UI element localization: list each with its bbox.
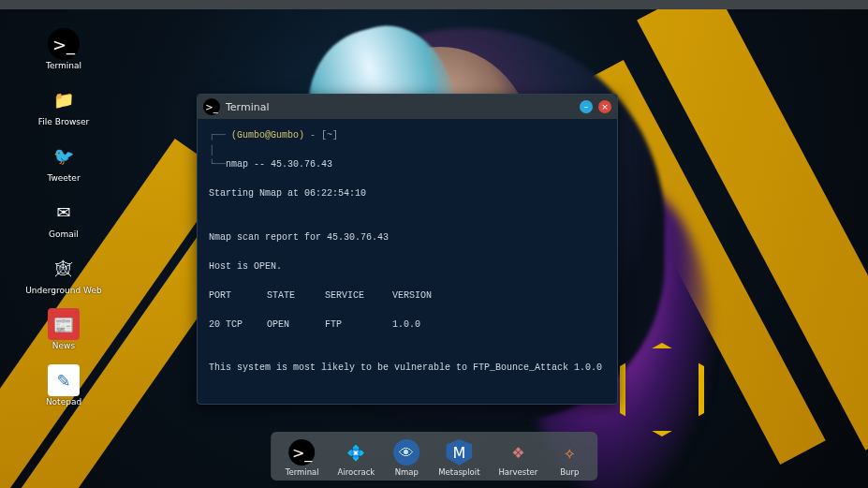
- menubar: [0, 0, 868, 9]
- harvester-icon: ❖: [505, 439, 531, 466]
- terminal-icon: >_: [289, 439, 316, 466]
- file-browser-label: File Browser: [38, 118, 89, 127]
- minimize-button[interactable]: –: [580, 100, 593, 113]
- notepad-label: Notepad: [46, 398, 81, 407]
- terminal-label: Terminal: [46, 62, 81, 71]
- news-label: News: [52, 342, 75, 351]
- desktop-icons: >_Terminal📁File Browser🐦Tweeter✉Gomail🕸U…: [17, 28, 110, 407]
- desktop-icon-terminal[interactable]: >_Terminal: [17, 28, 110, 71]
- tweeter-label: Tweeter: [47, 174, 80, 184]
- terminal-icon: >_: [48, 28, 80, 60]
- dock-item-terminal[interactable]: >_Terminal: [286, 439, 319, 477]
- gomail-icon: ✉: [48, 197, 80, 229]
- dock-item-burp[interactable]: ⟡Burp: [556, 439, 582, 477]
- nmap-label: Nmap: [395, 467, 419, 477]
- terminal-body[interactable]: ┌── (Gumbo@Gumbo) - [~] │ └──nmap -- 45.…: [198, 119, 617, 404]
- airocrack-label: Airocrack: [338, 467, 375, 477]
- dock-item-airocrack[interactable]: 💠Airocrack: [338, 439, 375, 477]
- terminal-titlebar[interactable]: >_ Terminal – ×: [198, 95, 617, 119]
- desktop-icon-gomail[interactable]: ✉Gomail: [17, 197, 110, 240]
- desktop-icon-news[interactable]: 📰News: [17, 308, 110, 351]
- desktop-icon-tweeter[interactable]: 🐦Tweeter: [17, 140, 110, 184]
- terminal-icon: >_: [203, 98, 220, 115]
- underground-web-label: Underground Web: [25, 287, 101, 296]
- file-browser-icon: 📁: [48, 84, 80, 116]
- terminal-label: Terminal: [286, 467, 319, 477]
- metasploit-label: Metasploit: [438, 467, 479, 477]
- burp-icon: ⟡: [556, 439, 582, 466]
- nmap-icon: 👁: [393, 439, 419, 466]
- window-title: Terminal: [226, 101, 574, 113]
- notepad-icon: ✎: [48, 364, 80, 396]
- terminal-window: >_ Terminal – × ┌── (Gumbo@Gumbo) - [~] …: [197, 94, 618, 405]
- gomail-label: Gomail: [49, 230, 79, 240]
- dock-item-harvester[interactable]: ❖Harvester: [498, 439, 537, 477]
- close-button[interactable]: ×: [598, 100, 611, 113]
- dock-item-metasploit[interactable]: MMetasploit: [438, 439, 479, 477]
- underground-web-icon: 🕸: [48, 253, 80, 285]
- dock: >_Terminal💠Airocrack👁NmapMMetasploit❖Har…: [271, 432, 598, 481]
- harvester-label: Harvester: [498, 467, 537, 477]
- burp-label: Burp: [560, 467, 579, 477]
- desktop-icon-file-browser[interactable]: 📁File Browser: [17, 84, 110, 127]
- dock-item-nmap[interactable]: 👁Nmap: [393, 439, 419, 477]
- airocrack-icon: 💠: [343, 439, 369, 466]
- desktop-icon-underground-web[interactable]: 🕸Underground Web: [17, 253, 110, 296]
- news-icon: 📰: [48, 308, 80, 340]
- desktop-icon-notepad[interactable]: ✎Notepad: [17, 364, 110, 407]
- metasploit-icon: M: [446, 439, 472, 466]
- tweeter-icon: 🐦: [48, 140, 80, 172]
